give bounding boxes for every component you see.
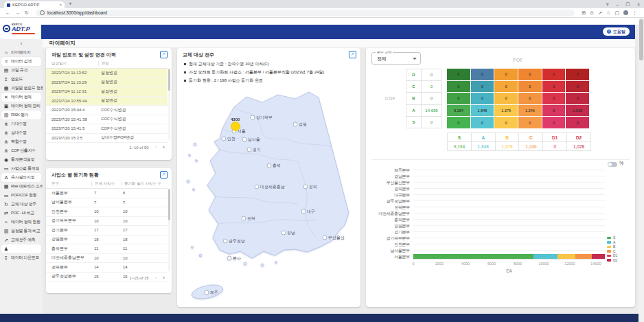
search-icon[interactable]: ⊙	[590, 10, 594, 16]
table-row[interactable]: 서울본부76	[46, 189, 168, 198]
table-row[interactable]: 남서울본부77	[46, 198, 168, 208]
legend-item[interactable]: C	[607, 250, 616, 253]
matrix-cell[interactable]: 1,848	[471, 105, 494, 117]
open-in-new-icon[interactable]: ↗	[349, 51, 356, 58]
sidebar-item[interactable]: ↥업로드	[0, 75, 43, 84]
sidebar-item[interactable]: ⋔기대수명	[0, 119, 43, 128]
hq-select[interactable]: 본부 선택 전체	[371, 52, 421, 65]
table-scrollbar[interactable]	[168, 189, 170, 271]
sidebar-item[interactable]: ↗교체전주 예측	[0, 235, 43, 244]
sidebar-item[interactable]: ≈데이터 정제 현황	[0, 218, 43, 227]
pager-prev-icon[interactable]: ‹	[155, 275, 157, 281]
map-marker[interactable]	[301, 209, 306, 214]
table-row[interactable]: 2023/7/24 11:12:31설정변경	[46, 87, 168, 97]
map-marker[interactable]	[205, 290, 209, 295]
map-marker[interactable]	[227, 256, 231, 260]
table-row[interactable]: 2023/7/24 11:13:52설정변경	[46, 69, 168, 78]
matrix-cell[interactable]: 0	[471, 93, 494, 104]
legend-item[interactable]: D1	[607, 254, 617, 257]
sidebar-item[interactable]: ⌂마이페이지	[0, 48, 43, 57]
sidebar-item[interactable]: ▥설정별 통계 비교	[0, 227, 43, 235]
table-row[interactable]: 강원본부1818	[46, 235, 168, 245]
highlight-marker[interactable]	[231, 122, 240, 131]
matrix-cell[interactable]: 0	[494, 81, 518, 93]
open-in-new-icon[interactable]: ↗	[160, 51, 168, 58]
matrix-cell[interactable]: 1,379	[494, 105, 518, 117]
matrix-cell[interactable]: 0	[447, 117, 470, 128]
reload-icon[interactable]: ↻	[25, 10, 29, 16]
map-marker[interactable]	[323, 235, 327, 240]
pager-prev-icon[interactable]: ‹	[155, 145, 157, 150]
sidebar-item[interactable]: ▦Risk 매트릭스 조회	[0, 182, 43, 191]
minimize-icon[interactable]: –	[616, 2, 619, 7]
browser-tab[interactable]: KEPCO ADT:P ×	[4, 1, 65, 8]
maximize-icon[interactable]: ▢	[625, 1, 630, 7]
tab-close-icon[interactable]: ×	[59, 3, 62, 7]
bar-segment-C[interactable]	[575, 254, 592, 259]
matrix-cell[interactable]: 0	[542, 93, 566, 104]
map-marker[interactable]	[242, 216, 246, 220]
matrix-cell[interactable]: 0	[494, 93, 518, 104]
translate-icon[interactable]: ⊞	[582, 10, 586, 16]
matrix-cell[interactable]: 0	[494, 69, 518, 80]
table-row[interactable]: 2023/7/20 15:44:4COF수식변경	[46, 106, 168, 115]
pager-next-icon[interactable]: ›	[163, 145, 165, 150]
matrix-cell[interactable]: 0	[542, 117, 566, 128]
sidebar-item[interactable]: ▭POF/COF 현황	[0, 191, 43, 200]
sidebar-item[interactable]: ▣데이터 정제 관리	[0, 102, 43, 111]
sidebar-item[interactable]: ▥RISK 평가	[1, 111, 41, 119]
matrix-cell[interactable]: 0	[566, 81, 589, 93]
sidebar-item[interactable]: ▭사업소별 통계량	[0, 164, 43, 173]
matrix-cell[interactable]: 9,194	[447, 105, 470, 117]
matrix-cell[interactable]: 0	[518, 69, 542, 80]
matrix-cell[interactable]: 0	[518, 93, 542, 104]
table-row[interactable]: 충북본부1111	[46, 244, 168, 254]
chevron-down-icon[interactable]: ∨	[606, 1, 609, 7]
matrix-cell[interactable]: 1,028	[566, 105, 589, 117]
table-row[interactable]: 2023/7/20 15:41:38COF수식변경	[46, 115, 168, 125]
matrix-cell[interactable]: 0	[471, 69, 494, 80]
table-row[interactable]: 2023/7/24 11:13:29설정변경	[46, 78, 168, 88]
sidebar-item[interactable]: ♟	[1, 244, 41, 253]
table-row[interactable]: 2023/7/24 10:55:44설정변경	[46, 97, 168, 106]
tabs-icon[interactable]: ▢	[614, 10, 619, 16]
matrix-cell[interactable]: 0	[566, 117, 589, 128]
sidebar-item[interactable]: ⋔COF 산출지수	[0, 146, 43, 155]
sidebar-item[interactable]: ≡데이터 검색	[1, 57, 41, 66]
sidebar-item[interactable]: ▤파일 규격	[0, 66, 43, 75]
sidebar-item[interactable]: ↻교체 대상 전주	[0, 200, 43, 209]
help-button[interactable]: i 도움말	[603, 27, 630, 36]
map-marker[interactable]	[251, 115, 255, 119]
share-icon[interactable]: ↗	[598, 10, 602, 16]
legend-item[interactable]: S	[607, 236, 615, 240]
matrix-cell[interactable]: 0	[518, 81, 542, 93]
open-in-new-icon[interactable]: ↗	[160, 171, 168, 179]
matrix-cell[interactable]: 0	[566, 69, 589, 80]
map-marker[interactable]	[267, 163, 271, 168]
matrix-cell[interactable]: 0	[447, 69, 470, 80]
back-icon[interactable]: ←	[5, 10, 10, 16]
korea-map[interactable]: 경기북부서울강원인천남서울경기충북대전세종충남경북전북대구경남부산울산광주전남본…	[180, 78, 358, 305]
bar-segment-S[interactable]	[413, 254, 533, 259]
map-marker[interactable]	[255, 185, 259, 189]
legend-item[interactable]: B	[607, 245, 615, 249]
sidebar-item[interactable]: ⋔복합수명	[0, 137, 43, 146]
map-marker[interactable]	[293, 122, 297, 126]
map-marker[interactable]	[303, 185, 308, 189]
map-marker[interactable]	[222, 137, 226, 141]
scrollbar-thumb[interactable]	[639, 19, 643, 60]
map-marker[interactable]	[247, 148, 251, 152]
table-row[interactable]: 전북본부1414	[46, 263, 168, 273]
map-marker[interactable]	[242, 137, 246, 141]
matrix-cell[interactable]: 1,246	[518, 105, 542, 117]
sidebar-item[interactable]: ▦파일별 업로드 현황	[0, 84, 43, 93]
table-row[interactable]: 인천본부1010	[46, 207, 168, 217]
pager-next-icon[interactable]: ›	[163, 275, 165, 281]
table-row[interactable]: 대전세종충남본부1010	[46, 254, 168, 264]
sidebar-item[interactable]: ✕데이터 정제	[1, 93, 41, 102]
map-marker[interactable]	[223, 239, 227, 243]
matrix-cell[interactable]: 0	[471, 117, 494, 128]
bar-segment-A[interactable]	[533, 254, 557, 259]
matrix-cell[interactable]: 0	[542, 105, 566, 117]
table-row[interactable]: 경기북부본부1010	[46, 217, 168, 227]
